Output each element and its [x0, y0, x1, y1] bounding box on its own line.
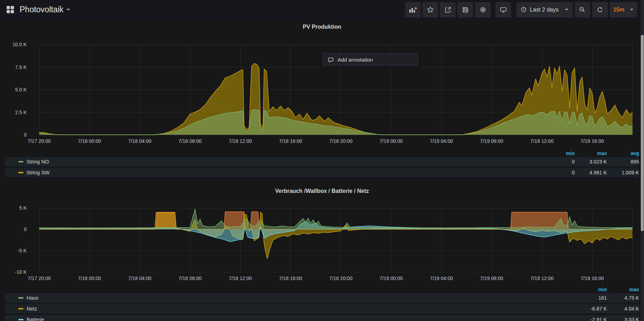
x-tick-label: 7/19 00:00 — [380, 275, 403, 281]
dashboard-title: Photovoltaik — [20, 5, 63, 14]
legend-series-toggle-string-no[interactable]: String NO — [5, 159, 542, 165]
comment-icon — [327, 57, 334, 63]
add-panel-button[interactable] — [405, 2, 421, 18]
save-button[interactable] — [457, 2, 473, 18]
clock-icon — [521, 7, 527, 13]
legend-series-toggle-haus[interactable]: Haus — [5, 295, 575, 301]
share-button[interactable] — [440, 2, 456, 18]
pv-produktion-chart[interactable]: 7/17 20:007/18 00:007/18 04:007/18 08:00… — [0, 33, 644, 148]
legend-row-batterie: Batterie-2.91 K3.03 K — [5, 315, 639, 321]
x-tick-label: 7/19 16:00 — [581, 275, 604, 281]
legend-sort-avg[interactable]: avg — [607, 151, 639, 156]
legend-value-max: 4.981 K — [575, 170, 607, 175]
series-color-swatch[interactable] — [18, 297, 23, 299]
legend-series-toggle-netz[interactable]: Netz — [5, 306, 575, 312]
chevron-down-icon — [67, 9, 70, 11]
y-tick-label: 2.5 K — [15, 110, 27, 115]
x-tick-label: 7/19 08:00 — [480, 138, 503, 144]
legend-header: minmaxavg — [5, 149, 639, 157]
y-tick-label: 5 K — [19, 205, 27, 211]
x-tick-label: 7/19 12:00 — [531, 138, 554, 144]
y-tick-label: 0 — [24, 226, 27, 232]
legend-value-max: 3.023 K — [575, 159, 607, 165]
navbar: Photovoltaik — [0, 0, 644, 19]
legend-series-toggle-batterie[interactable]: Batterie — [5, 317, 575, 321]
legend-series-name: Batterie — [27, 317, 44, 321]
panel-title[interactable]: PV Produktion — [0, 23, 644, 31]
gear-icon — [479, 6, 486, 13]
x-tick-label: 7/18 12:00 — [229, 138, 252, 144]
series-area-wallbox — [39, 212, 632, 229]
legend-row-haus: Haus1614.75 K — [5, 293, 639, 302]
star-icon — [427, 6, 434, 13]
legend-value-min: -6.87 K — [575, 306, 607, 312]
legend-sort-max[interactable]: max — [607, 287, 639, 292]
series-color-swatch[interactable] — [18, 319, 23, 320]
chevron-down-icon — [565, 9, 568, 11]
zoom-out-button[interactable] — [575, 2, 590, 18]
verbrauch-chart[interactable]: 7/17 20:007/18 00:007/18 04:007/18 08:00… — [0, 197, 644, 284]
x-tick-label: 7/18 16:00 — [279, 275, 302, 281]
panel-pv-produktion: PV Produktion 7/17 20:007/18 00:007/18 0… — [0, 23, 644, 177]
scrollbar[interactable] — [640, 0, 644, 321]
dashboards-grid-icon[interactable] — [6, 6, 14, 14]
legend-value-avg: 1.009 K — [607, 170, 639, 175]
legend-sort-max[interactable]: max — [575, 151, 607, 156]
verbrauch-legend: minmaxHaus1614.75 KNetz-6.87 K4.04 KBatt… — [5, 286, 639, 321]
legend-value-min: 0 — [542, 170, 575, 175]
legend-series-name: String SW — [27, 170, 49, 175]
x-tick-label: 7/18 04:00 — [128, 275, 151, 281]
legend-value-min: 0 — [542, 159, 575, 165]
add-annotation-label: Add annotation — [338, 57, 373, 63]
view-mode-group — [496, 2, 511, 18]
legend-series-toggle-string-sw[interactable]: String SW — [5, 170, 542, 175]
series-color-swatch[interactable] — [18, 308, 23, 309]
grafana-dashboard: Photovoltaik — [0, 0, 644, 321]
tv-icon — [500, 6, 507, 13]
zoom-out-icon — [579, 6, 586, 13]
x-tick-label: 7/19 08:00 — [480, 275, 503, 281]
x-tick-label: 7/19 16:00 — [581, 138, 604, 144]
panel-verbrauch: Verbrauch /Wallbox / Batterie / Netz 7/1… — [0, 187, 644, 321]
settings-button[interactable] — [475, 2, 491, 18]
refresh-button[interactable] — [592, 2, 608, 18]
x-tick-label: 7/19 04:00 — [430, 138, 453, 144]
x-tick-label: 7/18 00:00 — [78, 138, 101, 144]
panel-title[interactable]: Verbrauch /Wallbox / Batterie / Netz — [0, 187, 644, 195]
y-tick-label: 10.0 K — [13, 42, 27, 47]
scrollbar-thumb[interactable] — [641, 35, 644, 231]
cycle-view-mode-button[interactable] — [496, 2, 511, 18]
x-tick-label: 7/19 00:00 — [380, 138, 403, 144]
legend-value-max: 4.04 K — [607, 306, 639, 312]
legend-series-name: Haus — [27, 295, 39, 301]
legend-sort-min[interactable]: min — [542, 151, 575, 156]
y-tick-label: -10 K — [15, 269, 27, 275]
y-tick-label: 5.0 K — [15, 87, 27, 92]
x-tick-label: 7/18 08:00 — [179, 138, 202, 144]
dashboard-title-dropdown[interactable]: Photovoltaik — [20, 5, 70, 14]
refresh-interval-picker[interactable]: 15m — [610, 2, 637, 18]
series-color-swatch[interactable] — [18, 161, 23, 162]
x-tick-label: 7/17 20:00 — [28, 138, 51, 144]
legend-row-string-sw: String SW04.981 K1.009 K — [5, 168, 639, 177]
refresh-interval-label: 15m — [613, 7, 624, 13]
navbar-left: Photovoltaik — [6, 5, 70, 14]
refresh-icon — [596, 6, 603, 13]
series-color-swatch[interactable] — [18, 172, 23, 173]
add-panel-icon — [409, 6, 417, 13]
share-icon — [444, 6, 451, 13]
time-range-picker[interactable]: Last 2 days — [516, 2, 573, 18]
legend-sort-min[interactable]: min — [575, 287, 607, 292]
y-tick-label: 7.5 K — [15, 64, 27, 70]
x-tick-label: 7/18 20:00 — [329, 138, 352, 144]
star-button[interactable] — [422, 2, 438, 18]
legend-value-min: -2.91 K — [575, 317, 607, 321]
legend-value-min: 161 — [575, 295, 607, 301]
legend-value-avg: 895 — [607, 159, 639, 165]
pv-produktion-legend: minmaxavgString NO03.023 K895String SW04… — [5, 149, 639, 177]
legend-row-string-no: String NO03.023 K895 — [5, 157, 639, 166]
time-controls-group: Last 2 days 15m — [516, 2, 637, 18]
chevron-down-icon — [630, 9, 633, 11]
legend-value-max: 3.03 K — [607, 317, 639, 321]
add-annotation-menu-item[interactable]: Add annotation — [322, 53, 418, 66]
